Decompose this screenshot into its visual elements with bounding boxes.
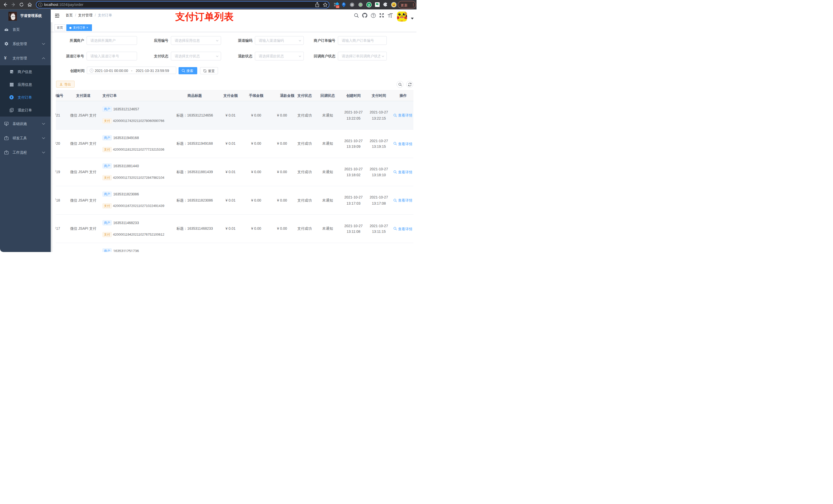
svg-text:y: y: [368, 3, 370, 7]
svg-text:¥: ¥: [11, 96, 13, 99]
svg-text:⌘: ⌘: [351, 3, 354, 6]
svg-text:10: 10: [336, 5, 339, 8]
